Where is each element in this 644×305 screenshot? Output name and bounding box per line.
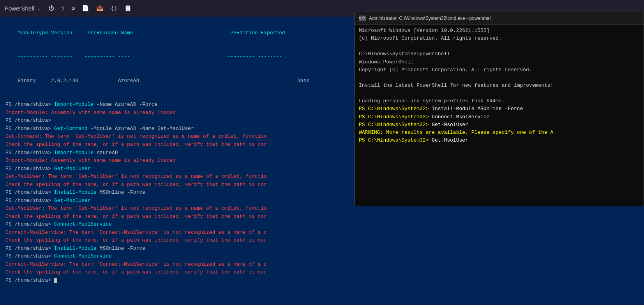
cursor (54, 278, 57, 283)
cmd-window-title: Administrator: C:\Windows\System32\cmd.e… (369, 16, 492, 21)
table-header-row: ModuleType Version PreRelease Name PSEdi… (5, 21, 350, 45)
toolbar-icons: ⏻ ? ⚙ 📄 📤 {} 📋 (48, 5, 132, 12)
col-prerelease: PreRelease (85, 30, 121, 36)
open-icon[interactable]: 📤 (96, 5, 104, 12)
cmd-line-5: Copyright (C) Microsoft Corporation. All… (359, 66, 640, 74)
col-moduletype: ModuleType (18, 30, 48, 36)
powershell-terminal: ModuleType Version PreRelease Name PSEdi… (0, 17, 355, 305)
ps-line-2: PS /home/shiva> (5, 117, 350, 125)
cmd-line-blank-2 (359, 74, 640, 82)
cmd-line-7: Loading personal and system profiles too… (359, 97, 640, 105)
app-title: PowerShell ⌄ (5, 5, 41, 12)
ps-line-9: PS /home/shiva> Install-Module MSOnline … (5, 245, 350, 253)
power-icon[interactable]: ⏻ (48, 5, 54, 12)
ps-line-4: PS /home/shiva> Import-Module AzureAD (5, 149, 350, 157)
table-data-row: Binary 2.0.2.140 AzureAD Desk (5, 69, 350, 93)
ps-line-1: PS /home/shiva> Import-Module -Name Azur… (5, 101, 350, 109)
error-line-7: Get-MsolUser: The term 'Get-MsolUser' is… (5, 205, 350, 213)
chevron-down-icon[interactable]: ⌄ (37, 6, 41, 11)
cmd-window: C:\ Administrator: C:\Windows\System32\c… (355, 12, 644, 206)
error-line-3: Check the spelling of the name, or if a … (5, 141, 350, 149)
braces-icon[interactable]: {} (111, 5, 117, 12)
error-line-12: Check the spelling of the name, or if a … (5, 268, 350, 277)
table-separator-row: ---------- ------- ---------- ---- -----… (5, 45, 350, 69)
cmd-titlebar[interactable]: C:\ Administrator: C:\Windows\System32\c… (355, 12, 644, 25)
new-file-icon[interactable]: 📄 (82, 5, 89, 12)
cmd-body: Microsoft Windows [Version 10.0.22621.15… (355, 25, 644, 206)
error-line-8: Check the spelling of the name, or if a … (5, 213, 350, 221)
ps-line-11: PS /home/shiva> (5, 277, 350, 285)
error-line-6: Check the spelling of the name, or if a … (5, 181, 350, 189)
cmd-line-1: Microsoft Windows [Version 10.0.22621.15… (359, 27, 640, 35)
cmd-line-10: PS C:\Windows\System32> Get-MsolUser (359, 121, 640, 129)
ps-line-8: PS /home/shiva> Connect-MsolService (5, 221, 350, 229)
ps-line-6: PS /home/shiva> Install-Module MSOnline … (5, 189, 350, 197)
error-line-1: Import-Module: Assembly with same name i… (5, 109, 350, 117)
col-version: Version (48, 30, 85, 36)
script-icon[interactable]: 📋 (124, 5, 132, 12)
error-line-4: Import-Module: Assembly with same name i… (5, 157, 350, 165)
col-psedition: PSEdition Exported (230, 30, 285, 36)
cmd-line-blank-1 (359, 42, 640, 50)
error-line-2: Get-Command: The term 'Get-MsolUser' is … (5, 133, 350, 141)
powershell-label: PowerShell (5, 5, 34, 12)
col-name: Name (121, 30, 230, 36)
cmd-line-8: PS C:\Windows\System32> Install-Module M… (359, 105, 640, 113)
cmd-line-12: PS C:\Windows\System32> Get-MsolUser (359, 137, 640, 144)
ps-line-5: PS /home/shiva> Get-MsolUser (5, 165, 350, 173)
error-line-5: Get-MsolUser: The term 'Get-MsolUser' is… (5, 173, 350, 181)
cmd-line-11: WARNING: More results are available. Ple… (359, 129, 640, 137)
cmd-icon: C:\ (359, 16, 366, 21)
cmd-line-blank-3 (359, 89, 640, 97)
cmd-line-3: C:\Windows\System32>powershell (359, 50, 640, 58)
error-line-9: Connect-MsolService: The term 'Connect-M… (5, 229, 350, 237)
error-line-11: Connect-MsolService: The term 'Connect-M… (5, 261, 350, 269)
cmd-line-2: (c) Microsoft Corporation. All rights re… (359, 35, 640, 42)
cmd-line-4: Windows PowerShell (359, 58, 640, 66)
ps-line-3: PS /home/shiva> Get-Command -Module Azur… (5, 125, 350, 133)
error-line-10: Check the spelling of the name, or if a … (5, 237, 350, 245)
cmd-line-9: PS C:\Windows\System32> Connect-MsolServ… (359, 113, 640, 121)
cmd-line-6: Install the latest PowerShell for new fe… (359, 82, 640, 89)
settings-icon[interactable]: ⚙ (71, 5, 75, 12)
help-icon[interactable]: ? (61, 5, 64, 12)
ps-line-7: PS /home/shiva> Get-MsolUser (5, 197, 350, 205)
ps-line-10: PS /home/shiva> Connect-MsolService (5, 252, 350, 261)
